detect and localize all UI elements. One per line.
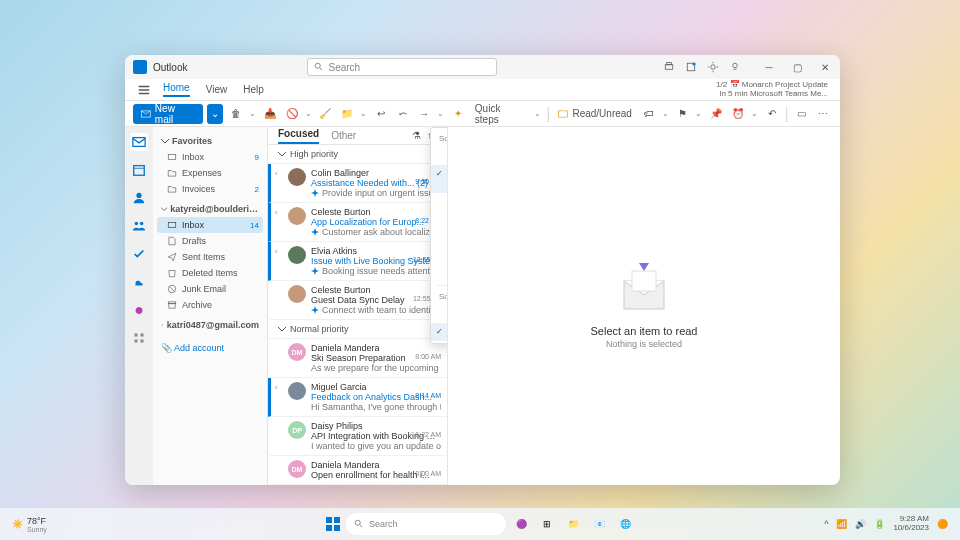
sort-priority[interactable]: Priority by Copilot [431,165,448,193]
taskbar-explorer-icon[interactable]: 📁 [562,513,584,535]
search-input[interactable]: Search [307,58,497,76]
rail-groups-icon[interactable] [130,217,148,235]
add-account-button[interactable]: 📎 Add account [157,337,263,359]
sort-date[interactable]: Date [431,147,448,165]
sidebar-deleted[interactable]: Deleted Items [157,265,263,281]
taskbar-weather[interactable]: ☀️78°FSunny [12,516,47,533]
rail-onedrive-icon[interactable] [130,273,148,291]
chevron-down-icon[interactable]: ⌄ [249,105,257,123]
taskbar-taskview-icon[interactable]: ⊞ [536,513,558,535]
main-area: ● Favorites Inbox9 Expenses Invoices2 ka… [125,127,840,485]
pin-icon[interactable]: 📌 [707,105,725,123]
account1-header[interactable]: katyreid@boulderinnova... [157,201,263,217]
sidebar-inbox-fav[interactable]: Inbox9 [157,149,263,165]
tray-wifi-icon[interactable]: 📶 [836,519,847,529]
flag-icon[interactable]: ⚑ [674,105,692,123]
immersive-icon[interactable]: ▭ [793,105,811,123]
reply-icon[interactable]: ↩ [372,105,390,123]
account2-header[interactable]: katri0487@gmail.com [157,317,263,333]
more-icon[interactable]: ⋯ [814,105,832,123]
maximize-button[interactable]: ▢ [790,60,804,74]
move-icon[interactable]: 📁 [338,105,356,123]
tray-battery-icon[interactable]: 🔋 [874,519,885,529]
snooze-icon[interactable]: ⏰ [729,105,747,123]
taskbar-outlook-icon[interactable]: 📧 [588,513,610,535]
mail-icon [141,109,151,119]
tab-home[interactable]: Home [163,82,190,97]
undo-icon[interactable]: ↶ [763,105,781,123]
start-button[interactable] [324,515,342,533]
svg-point-5 [693,63,696,66]
sort-subject[interactable]: Subject [431,265,448,283]
tab-help[interactable]: Help [243,84,264,95]
lightbulb-icon[interactable] [728,60,742,74]
rail-copilot-icon[interactable]: ● [130,301,148,319]
sidebar-junk[interactable]: Junk Email [157,281,263,297]
message-item[interactable]: ›Miguel GarciaFeedback on Analytics Dash… [268,378,447,417]
message-item[interactable]: DPDaisy PhilipsAPI Integration with Book… [268,417,447,456]
sort-newest[interactable]: Newest on top [431,323,448,341]
sort-oldest[interactable]: Oldest on top [431,305,448,323]
taskbar-copilot-icon[interactable]: 🟣 [510,513,532,535]
sort-menu: Sort by Date Priority by Copilot From Ca… [430,127,448,344]
tag-icon[interactable]: 🏷 [640,105,658,123]
forward-icon[interactable]: → [415,105,433,123]
message-item[interactable]: ›Colin BallingerAssistance Needed with..… [268,164,447,203]
message-item[interactable]: DMDaniela ManderaOpen enrollment for hea… [268,456,447,485]
sidebar-invoices[interactable]: Invoices2 [157,181,263,197]
tab-other[interactable]: Other [331,130,356,141]
sort-size[interactable]: Size [431,229,448,247]
message-item[interactable]: ›Elvia AtkinsIssue with Live Booking Sys… [268,242,447,281]
sort-category[interactable]: Category [431,211,448,229]
close-button[interactable]: ✕ [818,60,832,74]
rail-mail-icon[interactable] [130,133,148,151]
sort-importance[interactable]: Importance [431,247,448,265]
tray-volume-icon[interactable]: 🔊 [855,519,866,529]
message-list: Focused Other ⚗ ↑↓ High priority ›Colin … [268,127,448,485]
group-high-priority[interactable]: High priority [268,145,447,164]
minimize-button[interactable]: ─ [762,60,776,74]
tab-focused[interactable]: Focused [278,128,319,144]
sidebar-sent[interactable]: Sent Items [157,249,263,265]
rail-calendar-icon[interactable] [130,161,148,179]
svg-point-19 [140,222,144,226]
reading-title: Select an item to read [590,325,697,337]
sidebar-expenses[interactable]: Expenses [157,165,263,181]
rail-people-icon[interactable] [130,189,148,207]
taskbar-search[interactable]: Search [346,513,506,535]
message-item[interactable]: DMDaniela ManderaSki Season PreparationA… [268,339,447,378]
group-normal-priority[interactable]: Normal priority [268,320,447,339]
sort-from[interactable]: From [431,193,448,211]
taskbar-edge-icon[interactable]: 🌐 [614,513,636,535]
sync-icon[interactable] [684,60,698,74]
rail-todo-icon[interactable] [130,245,148,263]
quick-steps-button[interactable]: Quick steps [471,103,531,125]
app-rail: ● [125,127,153,485]
message-item[interactable]: ›Celeste BurtonApp Localization for Euro… [268,203,447,242]
sidebar-drafts[interactable]: Drafts [157,233,263,249]
favorites-header[interactable]: Favorites [157,133,263,149]
copilot-icon[interactable]: ✦ [449,105,467,123]
svg-point-18 [135,222,139,226]
tab-view[interactable]: View [206,84,228,95]
rail-apps-icon[interactable] [130,329,148,347]
delete-icon[interactable]: 🗑 [227,105,245,123]
sidebar-archive[interactable]: Archive [157,297,263,313]
reply-all-icon[interactable]: ⤺ [394,105,412,123]
tray-chevron-icon[interactable]: ^ [824,519,828,529]
print-icon[interactable] [662,60,676,74]
report-icon[interactable]: 🚫 [283,105,301,123]
read-unread-button[interactable]: Read/Unread [554,108,635,119]
settings-icon[interactable] [706,60,720,74]
new-mail-chevron[interactable]: ⌄ [207,104,223,124]
reminder-card[interactable]: 1/2 📅 Monarch Project Update In 5 min Mi… [716,81,828,99]
new-mail-button[interactable]: New mail [133,104,203,124]
taskbar-clock[interactable]: 9:28 AM10/6/2023 [893,515,929,533]
tray-copilot-icon[interactable]: 🟠 [937,519,948,529]
sweep-icon[interactable]: 🧹 [316,105,334,123]
filter-icon[interactable]: ⚗ [412,130,421,141]
sidebar-inbox[interactable]: Inbox14 [157,217,263,233]
hamburger-icon[interactable] [137,83,151,97]
message-item[interactable]: Celeste BurtonGuest Data Sync DelayConne… [268,281,447,320]
archive-icon[interactable]: 📥 [261,105,279,123]
